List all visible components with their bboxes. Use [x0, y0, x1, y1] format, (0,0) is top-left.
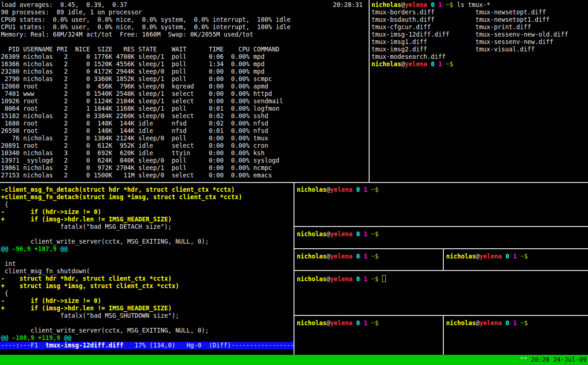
pane-shell-5-left[interactable]: nicholas@yelena 0 1 ~$: [295, 316, 444, 359]
prompt-spacer: [517, 253, 520, 260]
prompt-user: nicholas: [297, 186, 326, 193]
prompt-path: ~: [371, 186, 375, 193]
shell-prompt: nicholas@yelena 0 1 ~$: [297, 276, 382, 283]
pane-emacs-diff[interactable]: -client_msg_fn_detach(struct hdr *hdr, s…: [0, 183, 294, 358]
emacs-modeline: ----:---F1 tmux-imsg-12diff.diff 17% (13…: [0, 342, 294, 349]
hunk-open: @@: [1, 245, 8, 252]
shell-prompt-line: nicholas@yelena 0 1 ~$: [446, 253, 588, 260]
prompt-spacer: [528, 253, 531, 260]
prompt-num-b: 1: [364, 231, 367, 238]
pane-shell-ls[interactable]: nicholas@yelena 0 1 ~$ ls tmux-* tmux-bo…: [371, 0, 588, 183]
prompt-spacer: [427, 61, 431, 68]
process-row: 76 nicholas 2 0 1384K 2124K sleep/0 poll…: [1, 135, 370, 142]
process-table-header: PID USERNAME PRI NICE SIZE RES STATE WAI…: [1, 46, 370, 53]
top-load-averages: load averages: 0.45, 0.39, 0.37: [1, 1, 370, 9]
pane-border-vertical[interactable]: [369, 0, 370, 182]
diff-added-line: +client_msg_fn_detach(struct imsg *imsg,…: [1, 194, 294, 201]
shell-prompt: nicholas@yelena 0 1 ~$: [371, 61, 457, 68]
pane-border-vertical[interactable]: [443, 316, 444, 355]
prompt-at-icon: @: [476, 253, 479, 260]
prompt-num-a: 0: [505, 253, 509, 260]
diff-added-line: + struct imsg *imsg, struct client_ctx *…: [1, 283, 294, 290]
prompt-spacer: [367, 276, 371, 283]
prompt-num-b: 1: [364, 186, 367, 193]
prompt-path: ~: [371, 276, 375, 283]
diff-hunk-header: @@ -108,9 +119,9 @@: [1, 334, 294, 342]
prompt-path: ~: [371, 231, 375, 238]
tmux-terminal-screen: { "prompt": { "user": "nicholas", "separ…: [0, 0, 588, 365]
prompt-spacer: [360, 320, 364, 327]
prompt-spacer: [367, 231, 371, 238]
status-pane-title: "": [520, 356, 527, 363]
diff-context-line: fatalx("bad MSG_DETACH size");: [1, 223, 294, 231]
diff-context-line: {: [1, 201, 294, 208]
hunk-close: @@: [60, 245, 68, 252]
hunk-ranges: -108,9 +119,9: [8, 334, 64, 341]
diff-context-line: {: [1, 290, 294, 297]
blank-line: [1, 231, 294, 238]
prompt-spacer: [427, 1, 431, 8]
prompt-num-b: 1: [438, 61, 442, 68]
shell-prompt: nicholas@yelena 0 1 ~$: [297, 231, 382, 238]
modeline-prefix: ----:---F1: [1, 342, 45, 349]
prompt-num-b: 1: [364, 320, 367, 327]
prompt-at-icon: @: [326, 231, 330, 238]
prompt-at-icon: @: [326, 253, 330, 260]
prompt-spacer: [352, 253, 356, 260]
ls-output-line: tmux-imsg2.diff tmux-visual.diff: [371, 46, 588, 53]
prompt-spacer: [367, 186, 371, 193]
prompt-spacer: [442, 1, 446, 8]
prompt-path: ~: [371, 253, 375, 260]
process-row: 13971 _syslogd 2 0 624K 840K sleep/0 pol…: [1, 157, 370, 164]
shell-prompt: nicholas@yelena 0 1 ~$: [446, 320, 531, 327]
pane-top-process-monitor[interactable]: 20:28:31 load averages: 0.45, 0.39, 0.37…: [0, 0, 370, 183]
process-row: 26309 nicholas 2 0 1776K 4708K sleep/1 p…: [1, 53, 370, 61]
diff-context-line: fatalx("bad MSG_SHUTDOWN size");: [1, 312, 294, 320]
process-row: 1688 root 2 0 148K 144K idle nfsd 0:02 0…: [1, 120, 370, 127]
diff-removed-line: - struct hdr *hdr, struct client_ctx *cc…: [1, 275, 294, 283]
prompt-spacer: [378, 253, 382, 260]
ls-output-line: tmux-imsg-12diff.diff tmux-sessenv-new-o…: [371, 31, 588, 38]
prompt-user: nicholas: [371, 61, 401, 68]
process-row: 27153 nicholas 2 0 1500K 11M sleep/0 sel…: [1, 172, 370, 179]
shell-prompt-line: nicholas@yelena 0 1 ~$: [297, 275, 588, 283]
prompt-host: yelena: [330, 276, 352, 283]
pane-shell-4-active[interactable]: nicholas@yelena 0 1 ~$: [295, 271, 588, 319]
modeline-position-info: 17% (134,0) Hg-0 (Diff): [123, 342, 231, 349]
diff-removed-line: - if (hdr->size != 0): [1, 297, 294, 305]
prompt-spacer: [435, 1, 438, 8]
tmux-status-bar: [0] 0:irssi# 1:todo 2:ncmpc- 3:mutt 4:ss…: [0, 355, 588, 365]
pane-border-vertical[interactable]: [443, 249, 444, 270]
shell-prompt-line: nicholas@yelena 0 1 ~$: [297, 186, 588, 194]
pane-shell-1[interactable]: nicholas@yelena 0 1 ~$: [295, 183, 588, 229]
prompt-host: yelena: [330, 320, 352, 327]
pane-border-vertical[interactable]: [294, 183, 294, 355]
process-row: 26598 root 2 0 148K 144K idle nfsd 0:01 …: [1, 127, 370, 135]
prompt-host: yelena: [405, 61, 427, 68]
prompt-spacer: [502, 253, 505, 260]
prompt-user: nicholas: [297, 231, 326, 238]
pane-shell-5-right[interactable]: nicholas@yelena 0 1 ~$: [445, 316, 588, 359]
prompt-num-b: 1: [513, 320, 517, 327]
prompt-spacer: [435, 61, 438, 68]
prompt-user: nicholas: [446, 253, 476, 260]
prompt-num-a: 0: [431, 1, 435, 8]
shell-prompt: nicholas@yelena 0 1 ~$: [297, 186, 382, 193]
prompt-num-b: 1: [364, 253, 367, 260]
process-row: 7401 www 2 0 1540K 2548K sleep/1 select …: [1, 90, 370, 98]
prompt-spacer: [378, 186, 382, 193]
shell-prompt-line: nicholas@yelena 0 1 ~$: [297, 320, 444, 327]
top-cpu0-states: CPU0 states: 0.0% user, 0.0% nice, 0.0% …: [1, 16, 370, 24]
diff-context-line: client_write_server(cctx, MSG_EXITING, N…: [1, 238, 294, 245]
prompt-spacer: [378, 276, 382, 283]
top-cpu1-states: CPU1 states: 0.0% user, 0.0% nice, 0.0% …: [1, 24, 370, 31]
prompt-spacer: [360, 186, 364, 193]
prompt-path: ~: [371, 320, 375, 327]
hunk-open: @@: [1, 334, 8, 341]
process-row: 15182 nicholas 2 0 3384K 2260K sleep/0 s…: [1, 113, 370, 120]
top-memory-line: Memory: Real: 68M/324M act/tot Free: 166…: [1, 31, 370, 38]
blank-line: [1, 253, 294, 260]
shell-command-line: nicholas@yelena 0 1 ~$ ls tmux-*: [371, 1, 588, 9]
prompt-at-icon: @: [326, 320, 330, 327]
prompt-at-icon: @: [401, 1, 405, 8]
